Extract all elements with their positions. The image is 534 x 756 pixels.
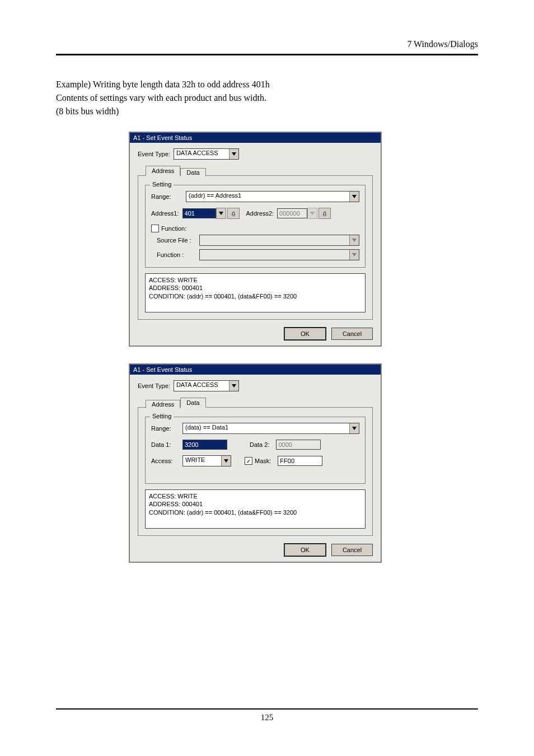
range-combo[interactable]: (addr) == Address1 <box>186 191 359 202</box>
svg-marker-8 <box>224 459 228 463</box>
intro-line1: Example) Writing byte length data 32h to… <box>56 78 478 91</box>
ok-button[interactable]: OK <box>284 328 326 340</box>
set-event-status-dialog-address: A1 - Set Event Status Event Type: DATA A… <box>129 132 382 347</box>
chevron-down-icon[interactable] <box>216 208 226 219</box>
address1-input[interactable] <box>182 208 216 218</box>
status-line: ACCESS: WRITE <box>149 276 362 284</box>
intro-text: Example) Writing byte length data 32h to… <box>56 78 478 118</box>
dialog-title: A1 - Set Event Status <box>130 133 381 143</box>
lookup-icon[interactable]: ⎙ <box>318 208 331 219</box>
chevron-down-icon[interactable] <box>221 456 231 466</box>
intro-line3: (8 bits bus width) <box>56 105 478 118</box>
lookup-icon[interactable]: ⎙ <box>227 208 240 219</box>
svg-marker-5 <box>352 253 357 256</box>
event-type-combo[interactable]: DATA ACCESS <box>174 380 239 391</box>
chevron-down-icon[interactable] <box>349 192 359 202</box>
setting-group: Setting Range: (data) == Data1 Data 1: <box>145 417 366 484</box>
access-value: WRITE <box>183 456 221 466</box>
svg-marker-7 <box>352 427 357 430</box>
page-footer: 125 <box>56 708 478 722</box>
data1-label: Data 1: <box>151 441 179 448</box>
mask-label: Mask: <box>255 458 271 464</box>
access-label: Access: <box>151 458 179 464</box>
event-type-label: Event Type: <box>138 382 170 389</box>
status-box: ACCESS: WRITE ADDRESS: 000401 CONDITION:… <box>145 489 366 529</box>
tab-address[interactable]: Address <box>146 400 180 408</box>
tab-address[interactable]: Address <box>146 166 180 176</box>
page-number: 125 <box>261 713 274 722</box>
access-combo[interactable]: WRITE <box>182 455 231 466</box>
tab-data[interactable]: Data <box>180 168 205 176</box>
status-line: ADDRESS: 000401 <box>149 500 362 508</box>
function-label: Function : <box>157 251 196 258</box>
event-type-value: DATA ACCESS <box>174 381 229 391</box>
address2-label: Address2: <box>246 210 274 217</box>
source-file-combo <box>199 235 359 246</box>
chevron-down-icon <box>349 250 359 260</box>
svg-marker-4 <box>352 239 357 242</box>
status-line: ADDRESS: 000401 <box>149 284 362 292</box>
setting-group: Setting Range: (addr) == Address1 Addres… <box>145 185 366 268</box>
address2-input <box>277 208 307 218</box>
svg-marker-0 <box>232 152 236 156</box>
range-value: (data) == Data1 <box>183 423 349 433</box>
range-label: Range: <box>151 193 182 200</box>
mask-checkbox[interactable]: ✓ <box>245 457 252 465</box>
header-rule <box>56 54 478 55</box>
function-checkbox[interactable] <box>151 225 159 232</box>
chevron-down-icon[interactable] <box>229 149 238 159</box>
data1-input[interactable] <box>182 440 227 450</box>
svg-marker-3 <box>310 212 315 215</box>
function-combo <box>199 249 359 260</box>
event-type-value: DATA ACCESS <box>174 149 229 159</box>
data-panel: Setting Range: (data) == Data1 Data 1: <box>138 407 373 536</box>
chevron-down-icon <box>349 235 359 245</box>
set-event-status-dialog-data: A1 - Set Event Status Event Type: DATA A… <box>129 363 382 563</box>
chevron-down-icon[interactable] <box>229 381 238 391</box>
tab-data[interactable]: Data <box>180 398 205 408</box>
range-value: (addr) == Address1 <box>186 192 349 202</box>
intro-line2: Contents of settings vary with each prod… <box>56 91 478 105</box>
status-box: ACCESS: WRITE ADDRESS: 000401 CONDITION:… <box>145 273 366 312</box>
address-panel: Setting Range: (addr) == Address1 Addres… <box>138 175 373 320</box>
header-section: 7 Windows/Dialogs <box>56 39 478 49</box>
data2-input <box>276 440 321 450</box>
address1-label: Address1: <box>151 210 179 217</box>
ok-button[interactable]: OK <box>284 544 326 556</box>
svg-marker-2 <box>219 212 223 215</box>
dialog-title: A1 - Set Event Status <box>130 365 381 375</box>
function-chk-label: Function: <box>161 225 186 232</box>
range-label: Range: <box>151 425 179 432</box>
cancel-button[interactable]: Cancel <box>331 544 373 556</box>
status-line: CONDITION: (addr) == 000401, (data&FF00)… <box>149 292 362 300</box>
setting-legend: Setting <box>150 413 174 419</box>
svg-marker-6 <box>232 384 236 388</box>
svg-marker-1 <box>352 195 357 198</box>
event-type-label: Event Type: <box>138 151 170 157</box>
range-combo[interactable]: (data) == Data1 <box>182 423 359 434</box>
chevron-down-icon[interactable] <box>349 423 359 433</box>
chevron-down-icon <box>307 208 317 219</box>
setting-legend: Setting <box>150 181 174 188</box>
data2-label: Data 2: <box>250 441 269 448</box>
event-type-combo[interactable]: DATA ACCESS <box>174 148 239 160</box>
source-file-label: Source File : <box>157 237 196 244</box>
status-line: ACCESS: WRITE <box>149 492 362 500</box>
cancel-button[interactable]: Cancel <box>331 328 373 340</box>
status-line: CONDITION: (addr) == 000401, (data&FF00)… <box>149 508 362 516</box>
mask-input[interactable] <box>278 456 322 466</box>
